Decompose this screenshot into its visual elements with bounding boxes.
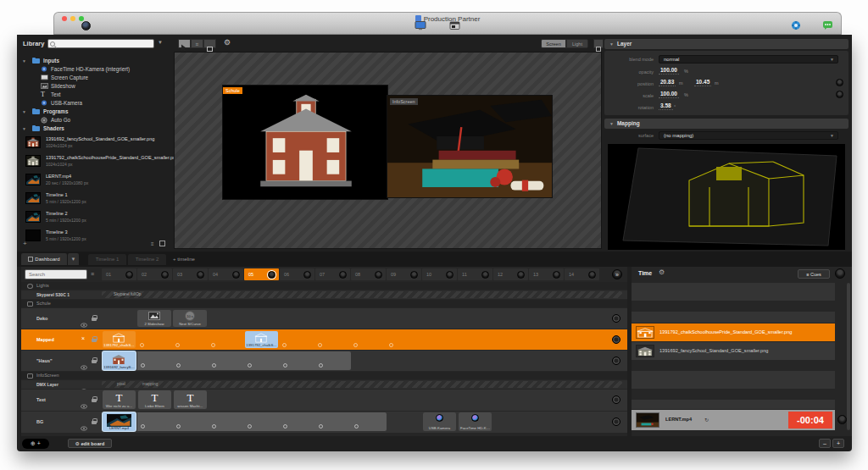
blend-mode-select[interactable]: normal▼	[659, 55, 838, 64]
scrollbar[interactable]	[847, 283, 850, 430]
disclosure-icon[interactable]: ▼	[22, 57, 26, 65]
clip-text-3[interactable]: Twissen Macht…	[174, 390, 207, 409]
time-row-playing[interactable]: LERNT.mp4 ↻ -00:04	[632, 410, 835, 430]
clip-haus-selected[interactable]: 1391692_fancyS…	[103, 351, 136, 370]
surface-select[interactable]: (no mapping)▼	[659, 131, 838, 140]
screen-infoscreen[interactable]: InfoScreen	[387, 96, 552, 197]
add-circle-icon[interactable]: ⊕	[31, 440, 36, 446]
cue-cell-active[interactable]: 05	[244, 268, 279, 280]
library-item-auto-go[interactable]: Auto Go	[20, 116, 183, 124]
library-search-dropdown-icon[interactable]: ▼	[158, 40, 163, 45]
cue-cell[interactable]: 11	[458, 268, 492, 280]
cue-cell[interactable]: 02	[137, 268, 172, 280]
cue-go-button[interactable]	[588, 271, 596, 279]
filter-list-icon[interactable]: ≡	[91, 271, 94, 277]
tab-timeline-2[interactable]: Timeline 2	[128, 254, 166, 265]
clip-text-1[interactable]: TWer nicht zu u…	[103, 390, 136, 409]
library-item-slideshow[interactable]: Slideshow	[20, 82, 183, 91]
library-group-shaders[interactable]: ▼ Shaders	[20, 124, 183, 133]
time-row[interactable]: 1391692_fancySchool_Standard_GOE_smaller…	[632, 342, 835, 360]
add-timeline-button[interactable]: + timeline	[173, 257, 195, 262]
cue-go-button[interactable]	[481, 271, 489, 279]
disclosure-icon[interactable]: ▼	[22, 124, 26, 133]
clip-mapped-selected[interactable]: 1391792_chalkS…	[245, 331, 278, 348]
library-media-item[interactable]: 1391792_chalkSchoolhousePride_Standard_G…	[22, 153, 183, 170]
clip-bg-extension[interactable]	[137, 412, 387, 431]
zoom-in-button[interactable]: +	[832, 439, 844, 448]
collapse-triangle-icon[interactable]: ▼	[609, 41, 614, 47]
library-item-text[interactable]: T Text	[20, 91, 183, 99]
library-group-programs[interactable]: ▼ Programs	[20, 108, 183, 116]
cue-cell[interactable]: 03	[173, 268, 208, 280]
cue-go-button[interactable]	[410, 271, 418, 279]
lock-icon[interactable]	[92, 396, 97, 402]
mute-x-icon[interactable]: ×	[81, 335, 85, 341]
track-mapped[interactable]: Mapped × 1391792_chalkS… 1391792_chalkS…	[21, 329, 627, 350]
move-tool-button[interactable]	[178, 39, 191, 48]
cue-cell[interactable]: 06	[280, 268, 314, 280]
library-item-usb-kamera[interactable]: USB-Kamera	[20, 99, 183, 108]
cue-cell[interactable]: 07	[315, 268, 350, 280]
add-remove-pill[interactable]: ⊕ +	[22, 439, 49, 449]
mode-light-button[interactable]: Light	[566, 39, 588, 48]
edit-board-button[interactable]: ⚙ edit board	[68, 439, 112, 448]
disclosure-icon[interactable]: ▼	[22, 108, 26, 116]
preview-settings-gear-icon[interactable]: ⚙	[224, 38, 231, 47]
list-view-icon[interactable]: ≡	[151, 241, 154, 246]
cue-go-button[interactable]	[232, 271, 240, 279]
cue-cell[interactable]: 08	[351, 268, 386, 280]
time-row-empty[interactable]	[632, 371, 835, 389]
clip-usb-kamera[interactable]: USB-Kamera	[423, 412, 456, 431]
cue-go-button[interactable]	[303, 271, 311, 279]
eye-icon[interactable]	[81, 316, 87, 321]
cue-advance-button[interactable]: »	[612, 269, 622, 279]
time-row-empty[interactable]	[632, 312, 835, 323]
track-options-knob[interactable]	[612, 314, 620, 323]
cue-cell[interactable]: 13	[529, 268, 564, 280]
clip-facetime[interactable]: FaceTime HD-K…	[459, 412, 492, 431]
row-play-knob[interactable]	[837, 415, 847, 424]
screen-schule[interactable]: Schule	[223, 86, 387, 199]
library-media-item[interactable]: LERNT.mp4 20 sec / 1920x1080 px	[22, 172, 183, 189]
eye-icon[interactable]	[81, 382, 87, 387]
rotation-field[interactable]: 3.58	[659, 102, 673, 110]
time-row-empty[interactable]	[632, 283, 835, 301]
clip-bg-lernt[interactable]: LERNT.mp4	[103, 412, 136, 431]
position-reset-knob[interactable]	[836, 79, 843, 86]
clip-slideshow[interactable]: 2 Slideshow	[137, 310, 171, 327]
cue-cell[interactable]: 12	[493, 268, 528, 280]
cue-go-button[interactable]	[339, 271, 347, 279]
corners-tool-button[interactable]: ⌗	[191, 39, 203, 48]
loop-icon[interactable]: ↻	[704, 417, 709, 423]
eye-icon[interactable]	[81, 419, 87, 424]
scale-reset-knob[interactable]	[836, 91, 843, 98]
time-row-empty[interactable]	[632, 390, 835, 399]
cue-go-button[interactable]	[375, 271, 382, 279]
cue-go-button[interactable]	[125, 271, 133, 279]
fullscreen-toggle-button[interactable]	[593, 39, 604, 48]
collapse-triangle-icon[interactable]: ▼	[609, 121, 614, 126]
mapping-3d-view[interactable]	[608, 144, 845, 250]
cue-cell[interactable]: 10	[422, 268, 457, 280]
library-media-item[interactable]: Timeline 2 5 min / 1920x1200 px	[22, 209, 183, 226]
group-header-infoscreen[interactable]: InfoScreen	[21, 372, 627, 379]
zoom-out-button[interactable]: –	[819, 439, 831, 448]
track-dmx[interactable]: DMX Layer pixel mapping	[21, 380, 627, 389]
cue-cell[interactable]: 01	[102, 268, 136, 280]
cue-cell[interactable]: 09	[387, 268, 421, 280]
library-add-button[interactable]: +	[23, 240, 27, 247]
position-y-field[interactable]: 10.45	[694, 79, 711, 86]
timeline-search-input[interactable]	[25, 269, 87, 279]
grid-view-icon[interactable]	[159, 241, 165, 246]
track-haus[interactable]: "Haus" 1391692_fancyS…	[21, 351, 627, 371]
clip-text-2[interactable]: TLiebe Eltern	[138, 390, 171, 409]
cue-cell[interactable]: 04	[209, 268, 243, 280]
cue-go-button[interactable]	[197, 271, 204, 279]
scale-field[interactable]: 100.00	[659, 91, 679, 98]
library-group-inputs[interactable]: ▼ Inputs	[20, 57, 183, 65]
lock-icon[interactable]	[92, 336, 97, 342]
cue-go-button[interactable]	[161, 271, 169, 279]
track-options-knob[interactable]	[612, 417, 620, 426]
lock-icon[interactable]	[92, 418, 97, 424]
position-x-field[interactable]: 20.83	[659, 79, 676, 86]
